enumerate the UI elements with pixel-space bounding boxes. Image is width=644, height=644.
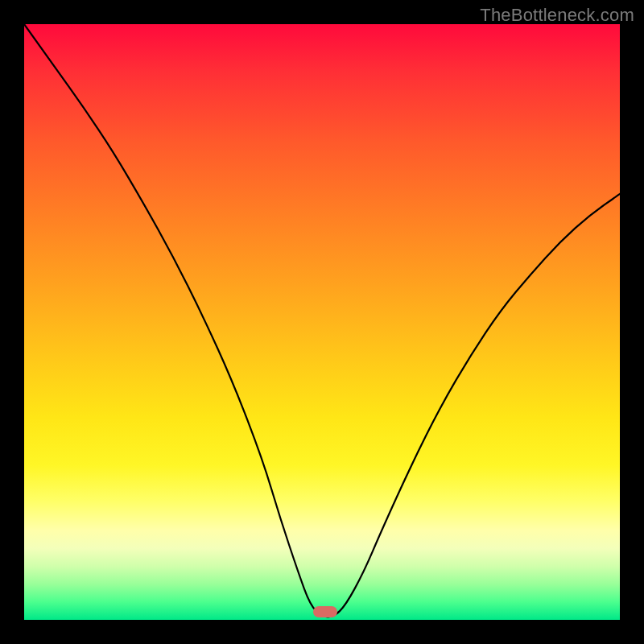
bottleneck-curve [24, 24, 620, 620]
watermark-text: TheBottleneck.com [480, 5, 634, 26]
chart-plot-area [24, 24, 620, 620]
target-marker [313, 606, 337, 617]
chart-frame: TheBottleneck.com [0, 0, 644, 644]
